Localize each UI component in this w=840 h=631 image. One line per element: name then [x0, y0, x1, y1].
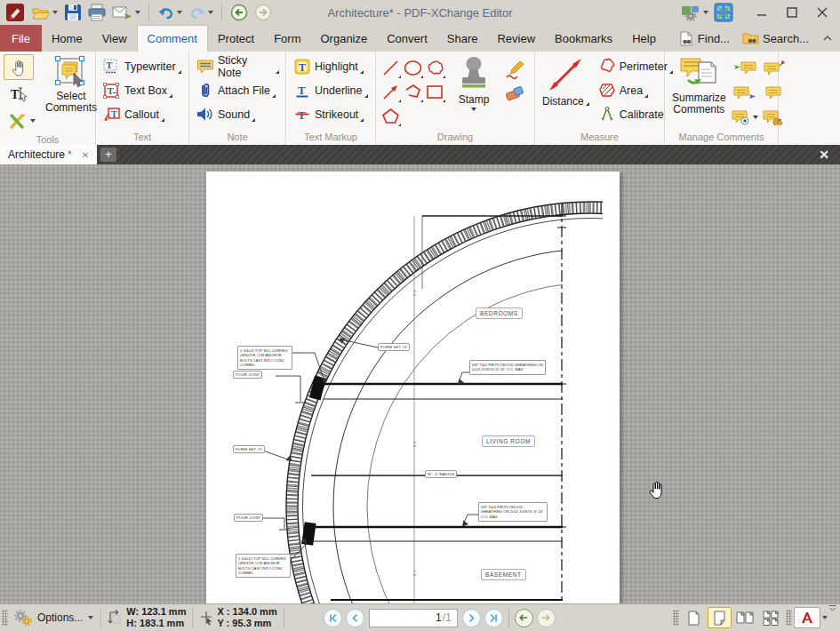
- tab-close-icon[interactable]: ✕: [82, 150, 89, 160]
- search-button[interactable]: Search...: [736, 25, 815, 52]
- history-back-button[interactable]: [228, 2, 250, 23]
- menu-tab-home[interactable]: Home: [42, 25, 92, 52]
- sound-button[interactable]: Sound: [193, 102, 282, 126]
- group-label-manage-comments: Manage Comments: [665, 131, 778, 145]
- view-continuous-button[interactable]: [708, 607, 732, 628]
- pencil-tool-button[interactable]: [504, 58, 527, 81]
- selection-size-readout: W: 123.1 mmH: 183.1 mm: [105, 606, 188, 629]
- minimize-button[interactable]: [748, 2, 776, 23]
- polygon-tool-button[interactable]: [380, 104, 401, 127]
- rectangle-tool-button[interactable]: [424, 80, 445, 103]
- attach-file-button[interactable]: Attach File: [193, 78, 282, 102]
- highlight-button[interactable]: THighlight: [290, 54, 372, 78]
- ribbon-group-tools: T Select Comments Tools: [0, 52, 96, 145]
- email-button[interactable]: [110, 2, 142, 23]
- svg-text:T: T: [111, 108, 117, 118]
- import-comments-button[interactable]: [732, 55, 758, 79]
- page-number-input[interactable]: 1 /1: [369, 609, 458, 627]
- menu-tab-view[interactable]: View: [92, 25, 137, 52]
- callout-button[interactable]: TCallout: [100, 102, 185, 126]
- width-readout: W: 123.1 mm: [126, 606, 186, 618]
- ellipse-tool-button[interactable]: [402, 56, 423, 79]
- menu-tab-organize[interactable]: Organize: [310, 25, 377, 52]
- save-button[interactable]: [62, 2, 84, 23]
- redo-button[interactable]: [187, 2, 215, 23]
- next-page-button[interactable]: [462, 609, 481, 627]
- select-comments-button[interactable]: Select Comments: [43, 54, 100, 115]
- strikeout-button[interactable]: TStrikeout: [290, 102, 372, 126]
- statusbar: Options... W: 123.1 mmH: 183.1 mm X : 13…: [0, 603, 840, 631]
- perimeter-button[interactable]: Perimeter: [595, 54, 676, 78]
- print-button[interactable]: [86, 2, 108, 23]
- menu-tab-help[interactable]: Help: [622, 25, 666, 52]
- menu-tab-file[interactable]: File: [0, 25, 42, 52]
- hand-cursor: [648, 480, 665, 499]
- select-text-tool-button[interactable]: T: [4, 81, 34, 107]
- pdf-page: BEDROOMS LIVING ROOM BASEMENT 1 3/4x11 T…: [206, 172, 620, 604]
- view-facing-button[interactable]: [733, 607, 757, 628]
- sticky-note-button[interactable]: Sticky Note: [193, 54, 282, 78]
- menu-tab-protect[interactable]: Protect: [208, 25, 264, 52]
- maximize-button[interactable]: [778, 2, 806, 23]
- previous-page-button[interactable]: [346, 609, 364, 627]
- typewriter-button[interactable]: TTypewriter: [100, 54, 185, 78]
- menu-tab-convert[interactable]: Convert: [377, 25, 437, 52]
- menu-tab-form[interactable]: Form: [264, 25, 310, 52]
- fullscreen-button[interactable]: [712, 2, 735, 23]
- summarize-comments-button[interactable]: Summarize Comments: [668, 54, 730, 116]
- summarize-comments-icon: [679, 55, 718, 91]
- view-grid-button[interactable]: [759, 607, 783, 628]
- menu-tab-bookmarks[interactable]: Bookmarks: [545, 25, 622, 52]
- distance-button[interactable]: Distance: [539, 54, 593, 108]
- view-forward-button[interactable]: [537, 609, 556, 627]
- arrow-tool-button[interactable]: [380, 80, 401, 103]
- summarize-comments-label: Summarize Comments: [672, 92, 726, 116]
- calibrate-button[interactable]: Calibrate: [595, 102, 676, 126]
- area-button[interactable]: Area: [595, 78, 676, 102]
- document-tab-architecture[interactable]: Architecture * ✕: [0, 145, 97, 164]
- pdf-compatibility-dropdown[interactable]: [822, 616, 828, 619]
- hand-tool-button[interactable]: [4, 54, 34, 80]
- new-tab-button[interactable]: +: [100, 148, 116, 162]
- polyline-tool-button[interactable]: [402, 80, 423, 103]
- highlight-label: Highlight: [315, 60, 358, 73]
- first-page-button[interactable]: [324, 609, 342, 627]
- callout-pour-joint-top: POUR JOINT: [233, 371, 262, 379]
- pdf-compatibility-button[interactable]: [794, 607, 820, 628]
- document-canvas[interactable]: BEDROOMS LIVING ROOM BASEMENT 1 3/4x11 T…: [0, 164, 840, 604]
- underline-button[interactable]: TUnderline: [290, 78, 372, 102]
- group-label-drawing: Drawing: [376, 131, 534, 145]
- open-button[interactable]: [29, 2, 60, 23]
- underline-icon: T: [292, 83, 312, 99]
- stamp-button[interactable]: Stamp: [447, 54, 500, 112]
- area-icon: [597, 82, 617, 99]
- architectural-drawing: [206, 172, 620, 604]
- crosshair-icon: [199, 609, 213, 627]
- export-comments-button[interactable]: [732, 80, 758, 104]
- highlight-icon: T: [292, 59, 312, 75]
- last-page-button[interactable]: [484, 609, 503, 627]
- find-button[interactable]: Find...: [673, 25, 736, 52]
- history-forward-button[interactable]: [252, 2, 274, 23]
- more-tools-button[interactable]: [4, 108, 41, 133]
- collapse-ribbon-button[interactable]: [815, 25, 840, 52]
- menu-tab-comment[interactable]: Comment: [137, 25, 208, 52]
- statusbar-collapse-button[interactable]: [828, 604, 837, 612]
- customize-ui-button[interactable]: [678, 2, 710, 23]
- eraser-tool-button[interactable]: [504, 84, 527, 104]
- show-comments-button[interactable]: [732, 105, 758, 129]
- view-single-page-button[interactable]: [682, 607, 706, 628]
- cloud-tool-button[interactable]: [424, 56, 445, 79]
- close-button[interactable]: [808, 2, 836, 23]
- line-tool-button[interactable]: [380, 56, 401, 79]
- view-back-button[interactable]: [515, 609, 533, 627]
- svg-text:T: T: [107, 60, 113, 70]
- text-box-button[interactable]: TText Box: [100, 78, 185, 102]
- statusbar-grip: [2, 610, 8, 626]
- menu-tab-review[interactable]: Review: [487, 25, 545, 52]
- menu-tab-share[interactable]: Share: [437, 25, 488, 52]
- undo-button[interactable]: [156, 2, 184, 23]
- close-document-button[interactable]: ✕: [808, 145, 840, 164]
- strikeout-label: Strikeout: [315, 108, 358, 121]
- options-button[interactable]: Options...: [10, 610, 97, 627]
